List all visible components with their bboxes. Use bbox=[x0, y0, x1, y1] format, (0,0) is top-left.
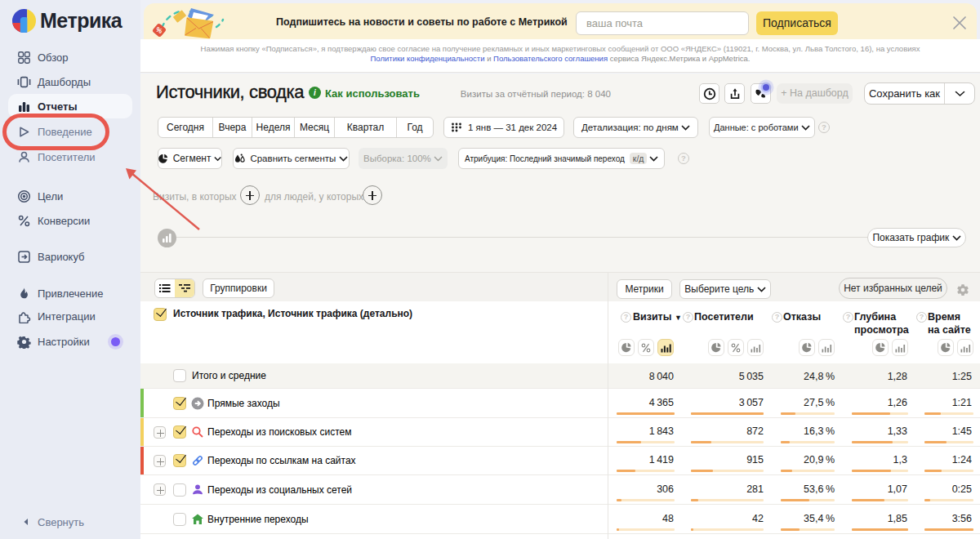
svg-text:i: i bbox=[314, 88, 316, 97]
